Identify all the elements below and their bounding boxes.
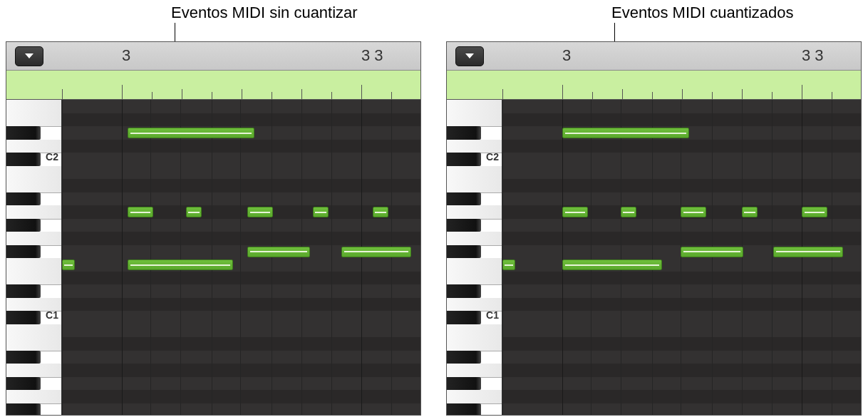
midi-note[interactable] — [373, 207, 388, 217]
piano-white-key[interactable] — [447, 100, 502, 114]
piano-key-label-c1: C1 — [486, 309, 499, 321]
grid-row — [502, 324, 861, 338]
view-dropdown-button[interactable] — [15, 46, 43, 66]
view-dropdown-button[interactable] — [455, 46, 484, 66]
piano-white-key[interactable] — [6, 166, 61, 180]
piano-black-key[interactable] — [6, 377, 41, 391]
midi-note[interactable] — [62, 259, 75, 270]
midi-note[interactable] — [341, 247, 411, 257]
grid-row — [502, 284, 861, 298]
grid-row — [502, 311, 861, 324]
piano-white-key[interactable] — [6, 100, 61, 114]
grid-vertical-line — [681, 100, 681, 416]
piano-white-key[interactable] — [6, 258, 61, 272]
midi-note[interactable] — [621, 207, 636, 217]
grid-row — [62, 284, 420, 298]
piano-white-key[interactable] — [447, 205, 502, 220]
grid-vertical-line — [621, 100, 621, 416]
piano-white-key[interactable] — [447, 337, 502, 351]
grid-row — [502, 219, 861, 232]
grid-row — [502, 166, 861, 180]
piano-black-key[interactable] — [6, 351, 41, 364]
grid-row — [62, 390, 420, 403]
note-grid[interactable] — [62, 100, 420, 416]
annotation-right-label: Eventos MIDI cuantizados — [611, 4, 794, 22]
piano-white-key[interactable] — [447, 166, 502, 180]
midi-note[interactable] — [247, 247, 310, 257]
grid-row — [62, 113, 420, 127]
grid-vertical-line — [502, 100, 503, 416]
grid-vertical-line — [712, 100, 713, 416]
ruler-region-header[interactable] — [447, 71, 861, 100]
grid-vertical-line — [272, 100, 272, 416]
midi-note[interactable] — [562, 128, 689, 138]
piano-black-key[interactable] — [447, 284, 481, 298]
grid-row — [502, 192, 861, 206]
piano-white-key[interactable] — [6, 364, 61, 378]
midi-note[interactable] — [681, 247, 743, 257]
piano-white-key[interactable] — [6, 113, 61, 128]
piano-white-key[interactable] — [6, 232, 61, 246]
piano-white-key[interactable] — [6, 205, 61, 220]
piano-white-key[interactable] — [6, 390, 61, 404]
midi-note[interactable] — [313, 207, 329, 217]
piano-black-key[interactable] — [6, 192, 41, 206]
piano-black-key[interactable] — [447, 153, 481, 166]
piano-white-key[interactable] — [447, 364, 502, 378]
midi-note[interactable] — [802, 207, 827, 217]
midi-note[interactable] — [681, 207, 706, 217]
midi-note[interactable] — [186, 207, 202, 217]
piano-black-key[interactable] — [6, 126, 41, 140]
grid-vertical-line — [62, 100, 63, 416]
grid-row — [62, 232, 420, 245]
midi-note[interactable] — [562, 207, 588, 217]
piano-black-key[interactable] — [6, 284, 41, 298]
piano-white-key[interactable] — [447, 113, 502, 128]
piano-black-key[interactable] — [447, 403, 481, 416]
midi-note[interactable] — [128, 259, 233, 270]
piano-white-key[interactable] — [447, 258, 502, 272]
grid-vertical-line — [361, 100, 362, 416]
piano-white-key[interactable] — [6, 324, 61, 339]
piano-black-key[interactable] — [447, 192, 481, 206]
grid-vertical-line — [212, 100, 212, 416]
piano-roll-area: C2C1C0 — [447, 100, 861, 416]
ruler-region-header[interactable] — [6, 71, 420, 100]
grid-vertical-line — [802, 100, 802, 416]
piano-keyboard[interactable]: C2C1C0 — [447, 100, 502, 416]
note-grid[interactable] — [502, 100, 861, 416]
midi-note[interactable] — [742, 207, 758, 217]
grid-vertical-line — [832, 100, 832, 416]
midi-note[interactable] — [247, 207, 273, 217]
piano-black-key[interactable] — [447, 311, 481, 324]
piano-black-key[interactable] — [6, 403, 41, 416]
grid-row — [502, 298, 861, 312]
piano-black-key[interactable] — [6, 219, 41, 232]
midi-note[interactable] — [562, 259, 662, 270]
ruler-top: 3 3 3 — [447, 42, 861, 71]
piano-black-key[interactable] — [447, 245, 481, 259]
chevron-down-icon — [465, 53, 474, 58]
piano-white-key[interactable] — [447, 324, 502, 339]
piano-white-key[interactable] — [447, 232, 502, 246]
piano-black-key[interactable] — [447, 219, 481, 232]
midi-note[interactable] — [128, 128, 254, 138]
piano-black-key[interactable] — [6, 311, 41, 324]
piano-keyboard[interactable]: C2C1C0 — [6, 100, 62, 416]
piano-black-key[interactable] — [447, 377, 481, 391]
midi-note[interactable] — [773, 247, 843, 257]
grid-vertical-line — [742, 100, 743, 416]
midi-note[interactable] — [502, 259, 515, 270]
piano-white-key[interactable] — [6, 272, 61, 286]
piano-white-key[interactable] — [447, 390, 502, 404]
piano-black-key[interactable] — [447, 351, 481, 364]
piano-white-key[interactable] — [447, 179, 502, 193]
piano-black-key[interactable] — [447, 126, 481, 140]
piano-black-key[interactable] — [6, 153, 41, 166]
piano-white-key[interactable] — [6, 337, 61, 351]
midi-note[interactable] — [128, 207, 153, 217]
piano-black-key[interactable] — [6, 245, 41, 259]
piano-white-key[interactable] — [447, 272, 502, 286]
grid-row — [502, 337, 861, 351]
piano-white-key[interactable] — [6, 179, 61, 193]
